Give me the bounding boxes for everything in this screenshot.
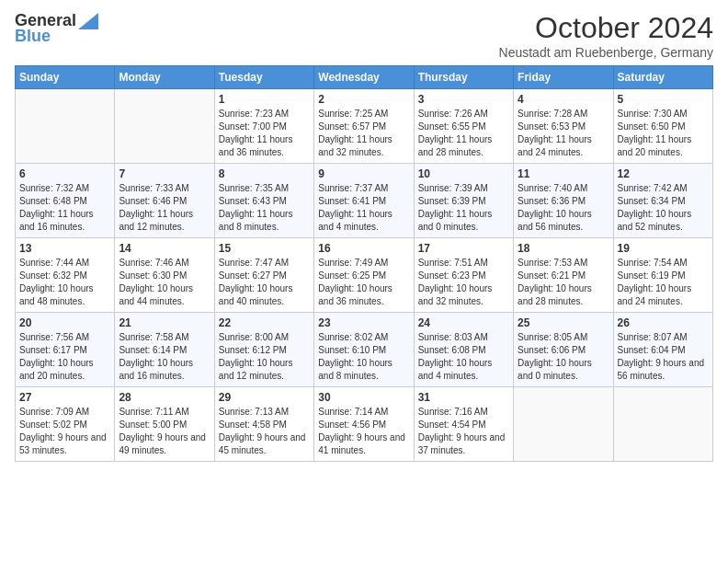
calendar-cell: 2Sunrise: 7:25 AMSunset: 6:57 PMDaylight…: [314, 89, 414, 164]
calendar-cell: 25Sunrise: 8:05 AMSunset: 6:06 PMDayligh…: [514, 313, 613, 387]
calendar-cell: 14Sunrise: 7:46 AMSunset: 6:30 PMDayligh…: [115, 238, 214, 313]
calendar-week-5: 27Sunrise: 7:09 AMSunset: 5:02 PMDayligh…: [16, 387, 713, 462]
calendar-cell: 8Sunrise: 7:35 AMSunset: 6:43 PMDaylight…: [214, 164, 313, 238]
calendar-cell: 23Sunrise: 8:02 AMSunset: 6:10 PMDayligh…: [314, 313, 414, 387]
day-info: Sunrise: 7:23 AMSunset: 7:00 PMDaylight:…: [219, 108, 310, 159]
calendar-cell: 9Sunrise: 7:37 AMSunset: 6:41 PMDaylight…: [314, 164, 414, 238]
day-info: Sunrise: 7:35 AMSunset: 6:43 PMDaylight:…: [219, 182, 310, 234]
day-number: 18: [518, 242, 609, 255]
calendar-cell: 7Sunrise: 7:33 AMSunset: 6:46 PMDaylight…: [115, 164, 214, 238]
calendar-cell: 12Sunrise: 7:42 AMSunset: 6:34 PMDayligh…: [613, 164, 712, 238]
day-info: Sunrise: 7:37 AMSunset: 6:41 PMDaylight:…: [318, 182, 409, 234]
month-title: October 2024: [499, 11, 713, 45]
day-info: Sunrise: 7:16 AMSunset: 4:54 PMDaylight:…: [418, 406, 509, 457]
day-number: 25: [518, 316, 609, 329]
day-info: Sunrise: 7:32 AMSunset: 6:48 PMDaylight:…: [19, 182, 110, 234]
day-info: Sunrise: 7:58 AMSunset: 6:14 PMDaylight:…: [119, 331, 210, 383]
day-info: Sunrise: 8:05 AMSunset: 6:06 PMDaylight:…: [518, 331, 609, 383]
calendar-cell: 13Sunrise: 7:44 AMSunset: 6:32 PMDayligh…: [16, 238, 115, 313]
day-info: Sunrise: 7:51 AMSunset: 6:23 PMDaylight:…: [418, 257, 509, 308]
day-info: Sunrise: 7:53 AMSunset: 6:21 PMDaylight:…: [518, 257, 609, 308]
day-number: 30: [318, 391, 409, 404]
day-number: 26: [618, 316, 709, 329]
day-info: Sunrise: 7:56 AMSunset: 6:17 PMDaylight:…: [19, 331, 110, 383]
day-number: 27: [19, 391, 110, 404]
day-info: Sunrise: 7:49 AMSunset: 6:25 PMDaylight:…: [318, 257, 409, 308]
calendar-cell: 26Sunrise: 8:07 AMSunset: 6:04 PMDayligh…: [613, 313, 712, 387]
day-info: Sunrise: 7:33 AMSunset: 6:46 PMDaylight:…: [119, 182, 210, 234]
day-number: 2: [318, 93, 409, 106]
day-number: 6: [19, 167, 110, 180]
day-info: Sunrise: 7:14 AMSunset: 4:56 PMDaylight:…: [318, 406, 409, 457]
calendar-week-4: 20Sunrise: 7:56 AMSunset: 6:17 PMDayligh…: [16, 313, 713, 387]
calendar-cell: 6Sunrise: 7:32 AMSunset: 6:48 PMDaylight…: [16, 164, 115, 238]
day-number: 11: [518, 167, 609, 180]
calendar-week-3: 13Sunrise: 7:44 AMSunset: 6:32 PMDayligh…: [16, 238, 713, 313]
day-info: Sunrise: 7:09 AMSunset: 5:02 PMDaylight:…: [19, 406, 110, 457]
calendar-cell: 27Sunrise: 7:09 AMSunset: 5:02 PMDayligh…: [16, 387, 115, 462]
day-info: Sunrise: 8:07 AMSunset: 6:04 PMDaylight:…: [618, 331, 709, 383]
calendar-cell: 18Sunrise: 7:53 AMSunset: 6:21 PMDayligh…: [514, 238, 613, 313]
calendar-cell: 31Sunrise: 7:16 AMSunset: 4:54 PMDayligh…: [414, 387, 513, 462]
col-monday: Monday: [115, 66, 214, 89]
calendar-cell: 24Sunrise: 8:03 AMSunset: 6:08 PMDayligh…: [414, 313, 513, 387]
day-number: 14: [119, 242, 210, 255]
day-info: Sunrise: 7:54 AMSunset: 6:19 PMDaylight:…: [618, 257, 709, 308]
day-number: 19: [618, 242, 709, 255]
day-info: Sunrise: 8:03 AMSunset: 6:08 PMDaylight:…: [418, 331, 509, 383]
day-number: 17: [418, 242, 509, 255]
calendar-cell: 17Sunrise: 7:51 AMSunset: 6:23 PMDayligh…: [414, 238, 513, 313]
calendar-cell: [16, 89, 115, 164]
day-info: Sunrise: 7:40 AMSunset: 6:36 PMDaylight:…: [518, 182, 609, 234]
header: General Blue October 2024 Neustadt am Ru…: [15, 11, 713, 60]
calendar-cell: 19Sunrise: 7:54 AMSunset: 6:19 PMDayligh…: [613, 238, 712, 313]
day-info: Sunrise: 7:44 AMSunset: 6:32 PMDaylight:…: [19, 257, 110, 308]
calendar-table: Sunday Monday Tuesday Wednesday Thursday…: [15, 65, 713, 462]
calendar-cell: 3Sunrise: 7:26 AMSunset: 6:55 PMDaylight…: [414, 89, 513, 164]
calendar-cell: 28Sunrise: 7:11 AMSunset: 5:00 PMDayligh…: [115, 387, 214, 462]
calendar-cell: [514, 387, 613, 462]
day-info: Sunrise: 7:25 AMSunset: 6:57 PMDaylight:…: [318, 108, 409, 159]
svg-marker-0: [78, 13, 98, 29]
col-saturday: Saturday: [613, 66, 712, 89]
day-number: 22: [219, 316, 310, 329]
day-number: 9: [318, 167, 409, 180]
day-number: 23: [318, 316, 409, 329]
day-number: 10: [418, 167, 509, 180]
calendar-cell: 4Sunrise: 7:28 AMSunset: 6:53 PMDaylight…: [514, 89, 613, 164]
col-friday: Friday: [514, 66, 613, 89]
calendar-cell: 20Sunrise: 7:56 AMSunset: 6:17 PMDayligh…: [16, 313, 115, 387]
day-number: 24: [418, 316, 509, 329]
col-wednesday: Wednesday: [314, 66, 414, 89]
day-number: 5: [618, 93, 709, 106]
day-number: 13: [19, 242, 110, 255]
day-number: 16: [318, 242, 409, 255]
logo-blue: Blue: [15, 27, 51, 46]
calendar-cell: 1Sunrise: 7:23 AMSunset: 7:00 PMDaylight…: [214, 89, 313, 164]
day-info: Sunrise: 7:46 AMSunset: 6:30 PMDaylight:…: [119, 257, 210, 308]
day-number: 28: [119, 391, 210, 404]
calendar-week-1: 1Sunrise: 7:23 AMSunset: 7:00 PMDaylight…: [16, 89, 713, 164]
main-container: General Blue October 2024 Neustadt am Ru…: [0, 0, 728, 469]
calendar-week-2: 6Sunrise: 7:32 AMSunset: 6:48 PMDaylight…: [16, 164, 713, 238]
header-row: Sunday Monday Tuesday Wednesday Thursday…: [16, 66, 713, 89]
calendar-cell: 30Sunrise: 7:14 AMSunset: 4:56 PMDayligh…: [314, 387, 414, 462]
calendar-cell: 11Sunrise: 7:40 AMSunset: 6:36 PMDayligh…: [514, 164, 613, 238]
day-info: Sunrise: 7:42 AMSunset: 6:34 PMDaylight:…: [618, 182, 709, 234]
calendar-cell: 10Sunrise: 7:39 AMSunset: 6:39 PMDayligh…: [414, 164, 513, 238]
title-section: October 2024 Neustadt am Ruebenberge, Ge…: [499, 11, 713, 60]
day-number: 31: [418, 391, 509, 404]
day-info: Sunrise: 7:13 AMSunset: 4:58 PMDaylight:…: [219, 406, 310, 457]
day-number: 7: [119, 167, 210, 180]
calendar-cell: [115, 89, 214, 164]
day-number: 1: [219, 93, 310, 106]
day-number: 12: [618, 167, 709, 180]
day-info: Sunrise: 7:47 AMSunset: 6:27 PMDaylight:…: [219, 257, 310, 308]
calendar-cell: 21Sunrise: 7:58 AMSunset: 6:14 PMDayligh…: [115, 313, 214, 387]
day-number: 29: [219, 391, 310, 404]
calendar-cell: 16Sunrise: 7:49 AMSunset: 6:25 PMDayligh…: [314, 238, 414, 313]
calendar-cell: 29Sunrise: 7:13 AMSunset: 4:58 PMDayligh…: [214, 387, 313, 462]
day-info: Sunrise: 7:26 AMSunset: 6:55 PMDaylight:…: [418, 108, 509, 159]
calendar-cell: 15Sunrise: 7:47 AMSunset: 6:27 PMDayligh…: [214, 238, 313, 313]
col-sunday: Sunday: [16, 66, 115, 89]
